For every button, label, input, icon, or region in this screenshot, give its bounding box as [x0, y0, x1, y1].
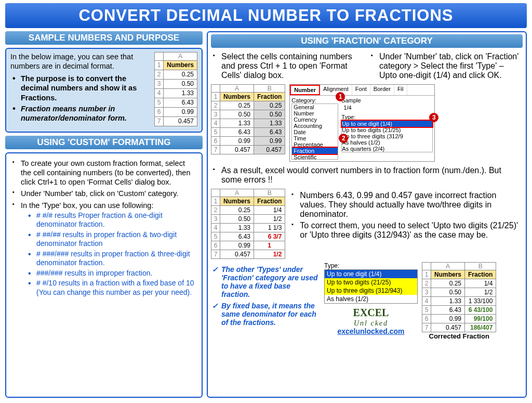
custom-step-2: Under 'Number' tab, click on 'Custom' ca… — [12, 189, 197, 198]
error-explain-2: To correct them, you need to select 'Upt… — [291, 221, 523, 240]
category-list[interactable]: General Number Currency Accounting Date … — [291, 103, 338, 160]
custom-heading: USING 'CUSTOM' FORMATTING — [5, 136, 203, 149]
purpose-bullet: The purpose is to convert the decimal nu… — [12, 74, 197, 102]
tab-font[interactable]: Font — [352, 85, 370, 95]
logo: EXCEL Unl cked — [324, 308, 418, 327]
error-explain-1: Numbers 6.43, 0.99 and 0.457 gave incorr… — [291, 191, 523, 219]
type-list-highlight: Up to one digit (1/4) Up to two digits (… — [324, 269, 418, 304]
note-fixed-base-2: By fixed base, it means the same denomin… — [211, 302, 320, 327]
fraction-def-bullet: Fraction means number in numerator/denom… — [12, 104, 197, 123]
custom-panel: To create your own custom fraction forma… — [5, 152, 203, 398]
type-option-2[interactable]: Up to two digits (21/25) — [342, 127, 432, 133]
page-title: CONVERT DECIMAL NUMBER TO FRACTIONS — [5, 3, 527, 28]
tab-number[interactable]: Number — [290, 85, 320, 95]
type-option-5[interactable]: As quarters (2/4) — [342, 146, 432, 152]
corrected-label: Corrected Fraction — [422, 332, 496, 340]
format-cells-dialog: 1 2 3 Number Alignment Font Border Fil — [289, 84, 435, 162]
category-label: Category: — [291, 97, 338, 103]
type-option-3[interactable]: Up to three digits (312/9 — [342, 133, 432, 139]
type-format-1: # #/# results Proper fraction & one-digi… — [28, 211, 197, 229]
note-fixed-base-1: The other 'Types' under 'Fraction' categ… — [211, 265, 320, 298]
tab-border[interactable]: Border — [370, 85, 394, 95]
step-number-tab: Under 'Number' tab, click on 'Fraction' … — [371, 52, 523, 80]
left-column: SAMPLE NUMBERS AND PURPOSE A 1Numbers 20… — [5, 31, 203, 398]
typelist-label: Type: — [324, 262, 418, 269]
sample-value: 1/4 — [341, 103, 433, 112]
type-format-3: # ###/### results in proper fraction & t… — [28, 250, 197, 268]
result-text: As a result, excel would convert numbers… — [213, 166, 523, 185]
type-format-5: # #/10 results in a fraction with a fixe… — [28, 279, 197, 297]
type-label: Type: — [341, 114, 433, 120]
type-option-1[interactable]: Up to one digit (1/4) — [342, 121, 432, 127]
right-column: USING 'FRACTION' CATEGORY Select the cel… — [207, 31, 527, 398]
sample-label: Sample — [341, 97, 433, 103]
numbers-fraction-table: AB 1NumbersFraction 20.250.25 30.500.50 … — [211, 84, 285, 154]
corrected-table: AB 1NumbersFraction 20.251/4 30.501/2 41… — [422, 262, 496, 332]
fraction-heading: USING 'FRACTION' CATEGORY — [211, 34, 523, 48]
tab-fill[interactable]: Fil — [394, 85, 407, 95]
badge-3: 3 — [429, 113, 438, 122]
type-format-2: # ##/## results in proper fraction & two… — [28, 230, 197, 249]
custom-step-1: To create your own custom fraction forma… — [12, 159, 197, 187]
step-select-cells: Select the cells containing numbers and … — [213, 52, 365, 80]
custom-step-3: In the 'Type' box, you can use following… — [12, 201, 197, 297]
sample-panel: A 1Numbers 20.25 30.50 41.33 56.43 60.99… — [5, 48, 203, 133]
fraction-result-table: AB 1NumbersFraction 20.251/4 30.501/2 41… — [211, 189, 285, 259]
sample-heading: SAMPLE NUMBERS AND PURPOSE — [5, 31, 203, 45]
type-option-4[interactable]: As halves (1/2) — [342, 139, 432, 146]
website-link[interactable]: excelunlocked.com — [324, 327, 418, 335]
type-format-4: ###/### results in improper fraction. — [28, 269, 197, 278]
